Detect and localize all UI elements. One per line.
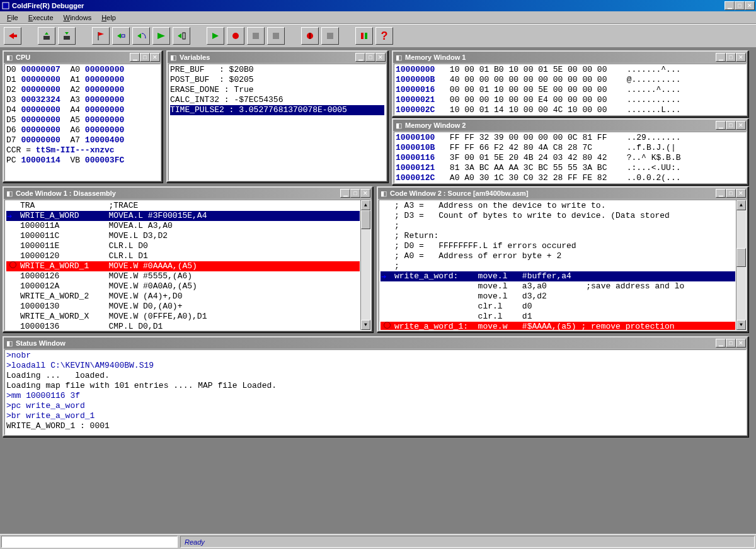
- maximize-button[interactable]: □: [726, 189, 736, 198]
- menu-file[interactable]: File: [3, 13, 23, 23]
- help-button[interactable]: ?: [375, 27, 393, 45]
- code2-content[interactable]: ; A3 = Address on the device to write to…: [379, 200, 747, 331]
- maximize-button[interactable]: □: [350, 189, 360, 198]
- memory1-titlebar[interactable]: ◧ Memory Window 1 ▁□✕: [393, 52, 747, 63]
- close-button[interactable]: ✕: [360, 189, 370, 198]
- code-row[interactable]: move.l a3,a0 ;save address and lo: [381, 281, 735, 291]
- minimize-button[interactable]: ▁: [340, 189, 350, 198]
- scroll-up-icon[interactable]: ▲: [736, 200, 746, 210]
- code-row[interactable]: WRITE_A_WORD_1 MOVE.W #0AAAA,(A5): [6, 261, 360, 271]
- variable-row[interactable]: PRE_BUF : $20B0: [170, 65, 384, 75]
- close-button[interactable]: ✕: [736, 339, 746, 348]
- code-row[interactable]: ;: [381, 261, 735, 271]
- memory-row[interactable]: 10000100 FF FF 32 39 00 00 00 00 0C 81 F…: [396, 133, 745, 143]
- variables-content[interactable]: PRE_BUF : $20B0POST_BUF : $0205ERASE_DON…: [168, 64, 386, 181]
- code-row[interactable]: 10000130 MOVE.W D0,(A0)+: [6, 302, 360, 312]
- memory2-titlebar[interactable]: ◧ Memory Window 2 ▁□✕: [393, 120, 747, 131]
- memory-row[interactable]: 10000016 00 00 01 10 00 00 5E 00 00 00 0…: [396, 85, 745, 95]
- code-row[interactable]: ; Return:: [381, 231, 735, 241]
- maximize-button[interactable]: □: [140, 53, 150, 62]
- code-row[interactable]: ;: [381, 221, 735, 231]
- register-row[interactable]: D1 00000000 A1 00000000: [6, 75, 159, 85]
- scrollbar[interactable]: ▲▼: [360, 200, 370, 330]
- memory-button[interactable]: [355, 27, 373, 45]
- status-content[interactable]: >nobr>loadall C:\KEVIN\AM9400BW.S19Loadi…: [4, 349, 747, 435]
- record-button[interactable]: [227, 27, 244, 45]
- memory-row[interactable]: 1000002C 10 00 01 14 10 00 00 4C 10 00 0…: [396, 105, 745, 115]
- run-to-cursor-button[interactable]: [173, 27, 190, 45]
- memory-row[interactable]: 10000121 81 3A BC AA AA 3C BC 55 55 3A B…: [396, 163, 745, 173]
- register-row[interactable]: D7 00000000 A7 10000400: [6, 135, 159, 145]
- code-row[interactable]: 1000011E CLR.L D0: [6, 241, 360, 251]
- register-row[interactable]: PC 10000114 VB 000003FC: [6, 156, 159, 166]
- step-over-button[interactable]: [132, 27, 150, 45]
- register-row[interactable]: D4 00000000 A4 00000000: [6, 105, 159, 115]
- scrollbar[interactable]: ▲▼: [736, 200, 746, 330]
- code-row[interactable]: ; A3 = Address on the device to write to…: [381, 201, 735, 211]
- code-row[interactable]: ; A0 = Address of error byte + 2: [381, 251, 735, 261]
- minimize-button[interactable]: ▁: [724, 1, 735, 10]
- code-row[interactable]: 1000011A MOVEA.L A3,A0: [6, 221, 360, 231]
- close-button[interactable]: ✕: [736, 53, 746, 62]
- register-row[interactable]: D2 00000000 A2 00000000: [6, 85, 159, 95]
- close-button[interactable]: ✕: [736, 121, 746, 130]
- close-button[interactable]: ✕: [375, 53, 386, 62]
- flag-button[interactable]: [92, 27, 110, 45]
- code-row[interactable]: WRITE_A_WORD_X MOVE.W (0FFFE,A0),D1: [6, 312, 360, 322]
- code-row[interactable]: clr.l d1: [381, 312, 735, 322]
- code-row[interactable]: write_a_word_1: move.w #$AAAA,(a5) ; rem…: [381, 322, 735, 331]
- code-row[interactable]: move.l d3,d2: [381, 291, 735, 302]
- cpu-titlebar[interactable]: ◧ CPU ▁□✕: [4, 52, 161, 63]
- status-titlebar[interactable]: ◧ Status Window ▁□✕: [4, 337, 747, 349]
- menu-execute[interactable]: Execute: [24, 13, 58, 23]
- maximize-button[interactable]: □: [365, 53, 375, 62]
- code-row[interactable]: ; D0 = FFFFFFFF.L if errors occured: [381, 241, 735, 251]
- halt-button[interactable]: [321, 27, 339, 45]
- stop1-button[interactable]: [247, 27, 265, 45]
- maximize-button[interactable]: □: [735, 1, 745, 10]
- minimize-button[interactable]: ▁: [716, 339, 726, 348]
- menu-help[interactable]: Help: [97, 13, 120, 23]
- scroll-down-icon[interactable]: ▼: [361, 320, 370, 330]
- go-button[interactable]: [207, 27, 224, 45]
- minimize-button[interactable]: ▁: [716, 53, 726, 62]
- register-row[interactable]: D5 00000000 A5 00000000: [6, 115, 159, 125]
- minimize-button[interactable]: ▁: [716, 121, 726, 130]
- minimize-button[interactable]: ▁: [130, 53, 140, 62]
- memory-row[interactable]: 10000116 3F 00 01 5E 20 4B 24 03 42 80 4…: [396, 153, 745, 163]
- code1-content[interactable]: TRA ;TRACE➔WRITE_A_WORD MOVEA.L #3F00015…: [4, 200, 371, 331]
- maximize-button[interactable]: □: [726, 53, 736, 62]
- memory-row[interactable]: 1000010B FF FF 66 F2 42 80 4A C8 28 7C .…: [396, 143, 745, 153]
- memory-row[interactable]: 1000012C A0 A0 30 1C 30 C0 32 28 FF FE 8…: [396, 173, 745, 183]
- memory-row[interactable]: 10000000 10 00 01 B0 10 00 01 5E 00 00 0…: [396, 65, 745, 75]
- variables-titlebar[interactable]: ◧ Variables ▁□✕: [168, 52, 387, 63]
- variable-row[interactable]: TIME_PULSE2 : 3.05277681370078E-0005: [170, 105, 384, 115]
- code-row[interactable]: 1000012A MOVE.W #0A0A0,(A5): [6, 281, 360, 291]
- browse-button[interactable]: [301, 27, 319, 45]
- code1-titlebar[interactable]: ◧ Code Window 1 : Disassembly ▁□✕: [4, 188, 372, 199]
- close-button[interactable]: ✕: [736, 189, 746, 198]
- variable-row[interactable]: ERASE_DONE : True: [170, 85, 384, 95]
- minimize-button[interactable]: ▁: [355, 53, 365, 62]
- register-row[interactable]: D3 00032324 A3 00000000: [6, 95, 159, 105]
- code-row[interactable]: 1000011C MOVE.L D3,D2: [6, 231, 360, 241]
- code-row[interactable]: 10000136 CMP.L D0,D1: [6, 322, 360, 331]
- code2-titlebar[interactable]: ◧ Code Window 2 : Source [am9400bw.asm] …: [378, 188, 747, 199]
- load-down-button[interactable]: [38, 27, 55, 45]
- scroll-up-icon[interactable]: ▲: [361, 200, 370, 210]
- variable-row[interactable]: CALC_INT32 : -$7EC54356: [170, 95, 384, 105]
- command-input[interactable]: [1, 536, 178, 548]
- close-button[interactable]: ✕: [745, 1, 755, 10]
- memory-row[interactable]: 1000000B 40 00 00 00 00 00 00 00 00 00 0…: [396, 75, 745, 85]
- register-row[interactable]: D6 00000000 A6 00000000: [6, 125, 159, 135]
- load-up-button[interactable]: [58, 27, 76, 45]
- run-button[interactable]: [152, 27, 170, 45]
- memory1-content[interactable]: 10000000 10 00 01 B0 10 00 01 5E 00 00 0…: [394, 64, 747, 115]
- memory2-content[interactable]: 10000100 FF FF 32 39 00 00 00 00 0C 81 F…: [394, 132, 747, 183]
- breakpoint-icon[interactable]: [9, 261, 16, 268]
- register-row[interactable]: D0 00000007 A0 00000000: [6, 65, 159, 75]
- minimize-button[interactable]: ▁: [716, 189, 726, 198]
- code-row[interactable]: ; D3 = Count of bytes to write to device…: [381, 211, 735, 221]
- register-row[interactable]: CCR = ttSm-III---xnzvc: [6, 145, 159, 156]
- scroll-down-icon[interactable]: ▼: [736, 320, 746, 330]
